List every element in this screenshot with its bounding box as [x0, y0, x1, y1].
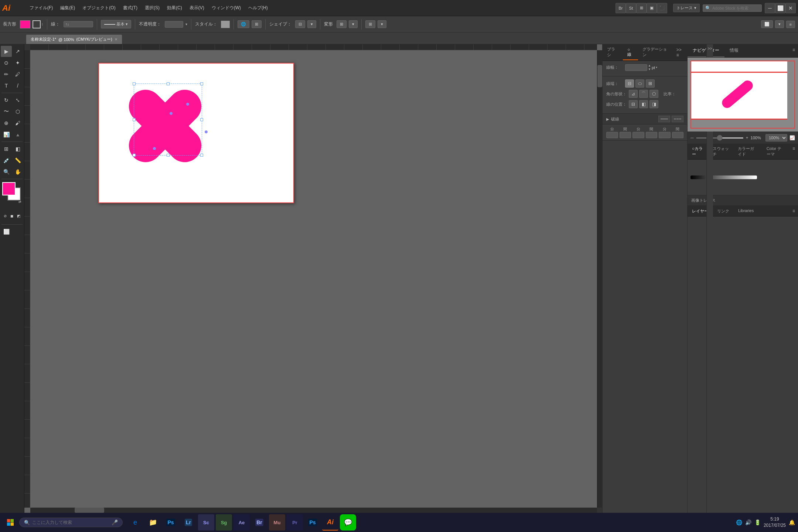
fill-color-swatch[interactable]: [20, 20, 30, 28]
cap-round-btn[interactable]: ⬭: [635, 79, 644, 88]
no-fill-btn[interactable]: ⊘: [2, 210, 8, 221]
nav-menu-btn[interactable]: ≡: [790, 44, 798, 57]
gradient-small-btn[interactable]: ◩: [16, 210, 22, 221]
taskbar-app-ps[interactable]: Ps: [163, 514, 179, 531]
nav-tab-info[interactable]: 情報: [724, 44, 744, 57]
color-theme-tab[interactable]: Color テーマ: [762, 144, 790, 159]
menu-window[interactable]: ウィンドウ(W): [208, 3, 245, 13]
taskbar-app-ae[interactable]: Ae: [233, 514, 250, 531]
handle-top-left[interactable]: [133, 82, 136, 85]
taskbar-app-explorer[interactable]: 📁: [145, 514, 161, 531]
transform-more-btn[interactable]: ▾: [349, 20, 358, 28]
expand-btn[interactable]: ▣: [647, 3, 657, 13]
scale-tool[interactable]: ⤡: [12, 95, 23, 106]
nav-zoom-slider[interactable]: [696, 137, 744, 139]
globe-btn[interactable]: 🌐: [238, 20, 249, 28]
menu-object[interactable]: オブジェクト(O): [79, 3, 119, 13]
color-btn[interactable]: ◼: [9, 210, 15, 221]
corner-round-btn[interactable]: ⌒: [639, 90, 648, 98]
transform-btn[interactable]: ⊞: [337, 20, 347, 28]
pos-outside-btn[interactable]: ◨: [649, 100, 658, 108]
menu-select[interactable]: 選択(S): [141, 3, 163, 13]
maximize-btn[interactable]: ⬜: [775, 3, 785, 13]
pos-inside-btn[interactable]: ◧: [639, 100, 648, 108]
taskbar-app-ai[interactable]: Ai: [322, 514, 338, 531]
zoom-tool[interactable]: 🔍: [1, 166, 12, 177]
v-scrollbar-thumb[interactable]: [597, 65, 602, 87]
taskbar-search-input[interactable]: [32, 520, 109, 525]
taskbar-network-icon[interactable]: 🌐: [736, 519, 742, 525]
broken-dash-icon2[interactable]: [672, 116, 683, 122]
line-dropdown-icon[interactable]: ▾: [126, 22, 128, 27]
broken-line-header[interactable]: ▶ 破線: [603, 114, 687, 125]
canvas-area[interactable]: [24, 44, 602, 513]
mesh-tool[interactable]: ⊞: [1, 143, 12, 154]
taskbar-app-lr[interactable]: Lr: [180, 514, 197, 531]
selection-tool[interactable]: ▶: [1, 46, 12, 57]
arrange-btn[interactable]: ⊞: [636, 3, 647, 13]
taskbar-app-br[interactable]: Br: [251, 514, 267, 531]
screen-btn[interactable]: ⬛: [657, 3, 667, 13]
menu-effect[interactable]: 効果(C): [163, 3, 186, 13]
menu-view[interactable]: 表示(V): [186, 3, 208, 13]
libraries-tab[interactable]: Libraries: [734, 206, 758, 216]
h-scrollbar-thumb[interactable]: [75, 508, 104, 513]
direct-selection-tool[interactable]: ↗: [12, 46, 23, 57]
taskbar-app-pr[interactable]: Pr: [287, 514, 303, 531]
menu-edit[interactable]: 編集(E): [57, 3, 79, 13]
taskbar-battery-icon[interactable]: 🔋: [754, 519, 761, 525]
handle-bottom-right[interactable]: [200, 154, 203, 157]
stock-btn[interactable]: St: [626, 3, 636, 13]
panel-more-btn[interactable]: >> ≡: [674, 46, 687, 59]
broken-dash-icon1[interactable]: [658, 116, 670, 122]
live-paint-tool[interactable]: 🖌: [12, 117, 23, 129]
warp-tool[interactable]: 〜: [1, 106, 12, 117]
dash-input-2[interactable]: [620, 132, 631, 138]
toolbar-right-menu[interactable]: ≡: [786, 21, 795, 28]
stroke-weight-dropdown[interactable]: ↑ ↓: [64, 21, 93, 27]
color-tab[interactable]: ○カラー: [688, 144, 708, 159]
taskbar-time[interactable]: 5:19 2017/07/25: [764, 516, 786, 529]
shape-dropdown-btn[interactable]: ▾: [307, 20, 316, 28]
document-tab[interactable]: 名称未設定-1* @ 100% (CMYK/プレビュー) ✕: [26, 34, 122, 44]
dash-input-5[interactable]: [659, 132, 671, 138]
taskbar-notification-icon[interactable]: 🔔: [789, 519, 795, 525]
opacity-dropdown-icon[interactable]: ▾: [185, 22, 187, 26]
toolbar-right-expand[interactable]: ⬜: [761, 20, 773, 28]
color-menu-btn[interactable]: ≡: [790, 144, 798, 159]
style-swatch[interactable]: [221, 21, 230, 28]
shape-crop-btn[interactable]: ⊟: [295, 20, 305, 28]
pos-center-btn[interactable]: ⊟: [629, 100, 638, 108]
measure-tool[interactable]: 📏: [12, 155, 23, 166]
taskbar-sound-icon[interactable]: 🔊: [745, 519, 751, 525]
bezier-anchor-3[interactable]: [205, 130, 208, 133]
taskbar-mic-icon[interactable]: 🎤: [112, 519, 118, 525]
menu-help[interactable]: ヘルプ(H): [245, 3, 272, 13]
windows-start-btn[interactable]: [3, 515, 18, 530]
bridge-btn[interactable]: Br: [615, 3, 626, 13]
panel-tab-gradient[interactable]: グラデーション: [638, 44, 674, 61]
hand-tool[interactable]: ✋: [12, 166, 23, 177]
color-slider-track[interactable]: [690, 175, 757, 179]
stock-search-box[interactable]: 🔍: [703, 4, 762, 12]
taskbar-app-sc[interactable]: Sc: [198, 514, 214, 531]
shape-builder-tool[interactable]: ⊕: [1, 117, 12, 129]
trace-dropdown-icon[interactable]: ▾: [694, 6, 696, 10]
menu-type[interactable]: 書式(T): [119, 3, 141, 13]
dash-input-4[interactable]: [646, 132, 658, 138]
taskbar-app-ps2[interactable]: Ps: [304, 514, 321, 531]
panels-expand-btn[interactable]: ⊞: [365, 20, 375, 28]
stroke-unit-dropdown-arrow[interactable]: ▾: [656, 66, 657, 69]
corner-miter-btn[interactable]: ⊿: [629, 90, 638, 98]
stroke-arrows[interactable]: ↕: [41, 22, 43, 26]
stroke-width-down[interactable]: ▼: [648, 68, 651, 71]
nav-zoom-plus[interactable]: +: [746, 135, 748, 140]
layers-menu-btn[interactable]: ≡: [790, 206, 798, 216]
color-guide-tab[interactable]: カラーガイド: [733, 144, 762, 159]
taskbar-app-mu[interactable]: Mu: [269, 514, 285, 531]
column-graph-tool[interactable]: 📊: [1, 129, 12, 140]
toolbar-right-more[interactable]: ▾: [775, 20, 784, 28]
cap-square-btn[interactable]: ⊞: [646, 79, 655, 88]
magic-wand-tool[interactable]: ✦: [12, 57, 23, 68]
panels-more-btn[interactable]: ▾: [378, 20, 386, 28]
